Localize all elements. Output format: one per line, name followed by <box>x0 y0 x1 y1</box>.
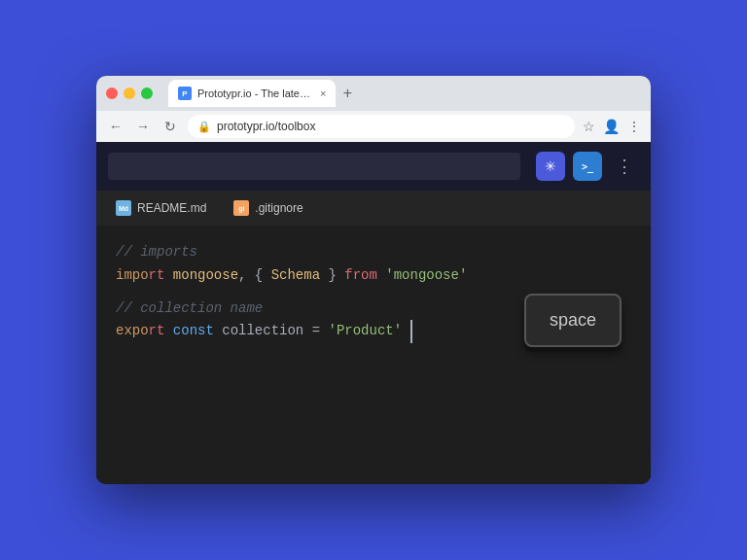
terminal-icon: >_ <box>582 161 593 172</box>
gitignore-file-icon: gi <box>233 200 249 216</box>
lock-icon: 🔒 <box>197 121 211 133</box>
new-tab-button[interactable]: + <box>336 82 359 105</box>
tab-favicon <box>178 87 192 100</box>
snowflake-button[interactable]: ✳ <box>536 152 565 181</box>
address-actions: ☆ 👤 ⋮ <box>583 119 641 134</box>
editor-container: ✳ >_ ⋮ Md README.md gi .gitignore // imp… <box>96 142 651 484</box>
tab-close-icon[interactable]: × <box>320 88 326 99</box>
snowflake-icon: ✳ <box>545 158 556 174</box>
address-bar: ← → ↻ 🔒 prototypr.io/toolbox ☆ 👤 ⋮ <box>96 111 651 142</box>
space-key: space <box>524 294 622 347</box>
terminal-button[interactable]: >_ <box>573 152 602 181</box>
editor-toolbar: ✳ >_ ⋮ <box>96 142 651 191</box>
forward-button[interactable]: → <box>133 119 153 134</box>
readme-filename: README.md <box>137 201 206 215</box>
profile-icon[interactable]: 👤 <box>603 119 620 134</box>
minimize-button[interactable] <box>124 88 135 99</box>
file-tab-gitignore[interactable]: gi .gitignore <box>222 196 314 220</box>
code-line-mongoose-import: import mongoose , { Schema } from 'mongo… <box>116 264 631 288</box>
tab-title: Prototypr.io - The latest design w... <box>197 88 314 99</box>
reload-button[interactable]: ↻ <box>160 119 180 134</box>
cursor <box>402 320 411 343</box>
code-comment-imports: // imports <box>116 241 631 264</box>
close-button[interactable] <box>106 88 118 99</box>
url-bar[interactable]: 🔒 prototypr.io/toolbox <box>188 115 575 138</box>
file-tabs: Md README.md gi .gitignore <box>96 191 651 226</box>
back-button[interactable]: ← <box>106 119 125 134</box>
code-area[interactable]: // imports import mongoose , { Schema } … <box>96 226 651 484</box>
space-key-label: space <box>550 305 596 335</box>
browser-window: Prototypr.io - The latest design w... × … <box>96 76 651 484</box>
maximize-button[interactable] <box>141 88 153 99</box>
space-key-hint: space <box>524 294 622 347</box>
bookmark-icon[interactable]: ☆ <box>583 119 595 134</box>
more-options-button[interactable]: ⋮ <box>610 152 639 181</box>
readme-file-icon: Md <box>116 200 131 216</box>
browser-tab-active[interactable]: Prototypr.io - The latest design w... × <box>168 80 336 107</box>
toolbar-search <box>108 153 520 180</box>
title-bar: Prototypr.io - The latest design w... × … <box>96 76 651 111</box>
gitignore-filename: .gitignore <box>255 201 302 215</box>
traffic-lights <box>106 88 153 99</box>
url-text: prototypr.io/toolbox <box>217 120 315 133</box>
menu-icon[interactable]: ⋮ <box>627 119 641 134</box>
tab-bar: Prototypr.io - The latest design w... × … <box>168 80 641 107</box>
vertical-dots-icon: ⋮ <box>616 156 633 177</box>
file-tab-readme[interactable]: Md README.md <box>104 196 218 220</box>
